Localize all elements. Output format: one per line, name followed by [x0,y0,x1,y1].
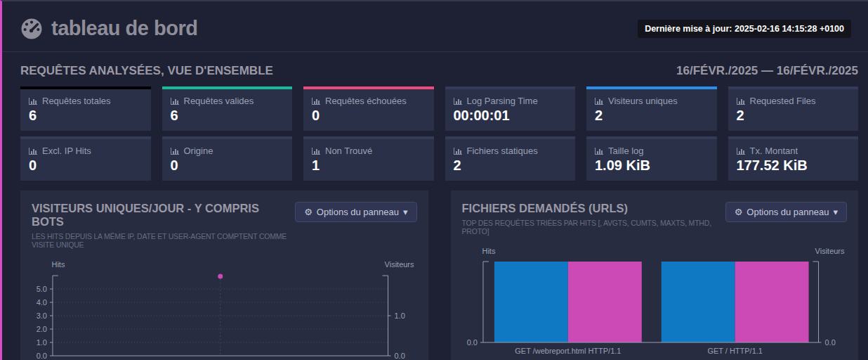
panel-title: FICHIERS DEMANDÉS (URLS) [462,202,718,215]
card-label: Requêtes valides [184,96,254,106]
bar-chart-icon [29,147,38,155]
y-left-axis-label: Hits [52,260,65,269]
card-log-size: Taille log 1.09 KiB [586,136,717,181]
card-label: Origine [184,146,213,156]
card-referrers: Origine 0 [162,136,293,181]
x-tick-label: GET /webreport.html HTTP/1.1 [515,347,621,355]
card-value: 0 [312,108,426,124]
date-range: 16/FÉVR./2025 — 16/FÉVR./2025 [676,64,858,78]
bar-chart-icon [595,147,604,155]
card-label: Log Parsing Time [467,96,538,106]
card-static-files: Fichiers statiques 2 [445,136,576,181]
y-right-tick: 1.0 [395,311,405,320]
card-tx-amount: Tx. Montant 177.52 KiB [728,136,859,181]
card-value: 6 [29,108,143,124]
panel-subtitle: TOP DES REQUÊTES TRIÉES PAR HITS [, AVGT… [462,219,718,236]
card-label: Visiteurs uniques [608,96,678,106]
visitors-bar[interactable] [735,262,808,342]
card-label: Tx. Montant [750,146,798,156]
y-right-axis-label: Visiteurs [815,247,844,255]
card-label: Excl. IP Hits [42,146,91,156]
page-title: tableau de bord [51,17,197,40]
panel-requested-files: FICHIERS DEMANDÉS (URLS) TOP DES REQUÊTE… [451,191,859,360]
card-log-parsing-time: Log Parsing Time 00:00:01 [445,86,576,131]
card-value: 2 [737,108,850,124]
bar-chart-icon [454,147,463,155]
y-left-tick: 5.0 [37,285,47,293]
card-value: 2 [595,108,709,124]
card-label: Requêtes échouées [325,96,407,106]
card-value: 00:00:01 [454,108,567,124]
data-point[interactable] [218,274,223,279]
card-value: 1 [312,158,426,174]
card-value: 0 [29,158,143,174]
caret-down-icon: ▾ [833,207,838,217]
bar-chart-icon [312,147,321,155]
card-unique-visitors: Visiteurs uniques 2 [586,86,717,131]
panel-subtitle: LES HITS DEPUIS LA MÊME IP, DATE ET USER… [32,232,288,249]
card-value: 0 [171,158,284,174]
bar-chart-icon [312,97,321,105]
card-value: 6 [171,108,284,124]
y-left-tick: 1.0 [37,338,47,347]
y-left-axis-label: Hits [482,247,495,255]
gear-icon: ⚙ [735,207,743,217]
y-left-tick: 3.0 [37,311,47,320]
hits-bar[interactable] [661,262,735,342]
card-not-found: Non Trouvé 1 [303,136,434,181]
bar-chart-icon [454,97,463,105]
card-excl-ip-hits: Excl. IP Hits 0 [20,136,151,181]
y-right-tick: 0.0 [395,352,405,360]
overview-header: REQUÊTES ANALYSÉES, VUE D'ENSEMBLE 16/FÉ… [20,64,858,78]
bar-chart-icon [29,97,38,105]
y-left-tick: 4.0 [37,298,47,307]
y-left-tick: 0.0 [37,352,47,360]
summary-cards: Requêtes totales 6 Requêtes valides 6 Re… [20,86,858,181]
brand: tableau de bord [19,17,197,40]
caret-down-icon: ▾ [403,207,408,217]
panel-title: VISITEURS UNIQUES/JOUR - Y COMPRIS BOTS [32,202,288,229]
y-left-tick: 0.0 [466,338,477,347]
bar-chart-icon [737,147,746,155]
chart-panels: VISITEURS UNIQUES/JOUR - Y COMPRIS BOTS … [20,191,858,360]
card-total-requests: Requêtes totales 6 [20,86,151,131]
visitors-bar[interactable] [567,262,641,342]
card-valid-requests: Requêtes valides 6 [162,86,293,131]
card-label: Requêtes totales [42,96,111,106]
card-label: Fichiers statiques [467,146,538,156]
last-update-badge: Dernière mise à jour: 2025-02-16 14:15:2… [638,20,851,38]
panel-options-button[interactable]: ⚙Options du panneau▾ [725,202,847,222]
header: tableau de bord Dernière mise à jour: 20… [2,1,868,52]
y-right-tick: 0.0 [824,338,835,347]
card-value: 1.09 KiB [595,158,709,174]
card-label: Taille log [608,146,644,156]
gear-icon: ⚙ [304,207,313,217]
panel-options-label: Options du panneau [317,207,399,217]
y-left-tick: 2.0 [37,325,47,333]
panel-options-button[interactable]: ⚙Options du panneau▾ [295,202,416,222]
overview-title: REQUÊTES ANALYSÉES, VUE D'ENSEMBLE [20,64,273,78]
bar-chart-icon [737,97,746,105]
card-label: Non Trouvé [325,146,372,156]
hits-bar[interactable] [494,262,567,342]
bar-chart-icon [171,97,180,105]
card-value: 177.52 KiB [737,158,850,174]
panel-unique-visitors: VISITEURS UNIQUES/JOUR - Y COMPRIS BOTS … [20,191,428,360]
x-tick-label: GET / HTTP/1.1 [707,347,763,355]
panel-options-label: Options du panneau [747,207,829,217]
visitors-line-chart: Hits Visiteurs 5.0 4.0 3.0 2.0 1.0 0 [32,259,417,360]
bar-chart-icon [171,147,180,155]
tachometer-icon [19,18,45,40]
card-value: 2 [454,158,567,174]
bar-chart-icon [595,97,604,105]
card-label: Requested Files [750,96,816,106]
y-right-axis-label: Visiteurs [385,260,414,269]
card-failed-requests: Requêtes échouées 0 [303,86,434,131]
requests-bar-chart: Hits Visiteurs 0.0 0.0 GET /webreport.ht… [462,245,848,360]
card-requested-files: Requested Files 2 [728,86,859,131]
